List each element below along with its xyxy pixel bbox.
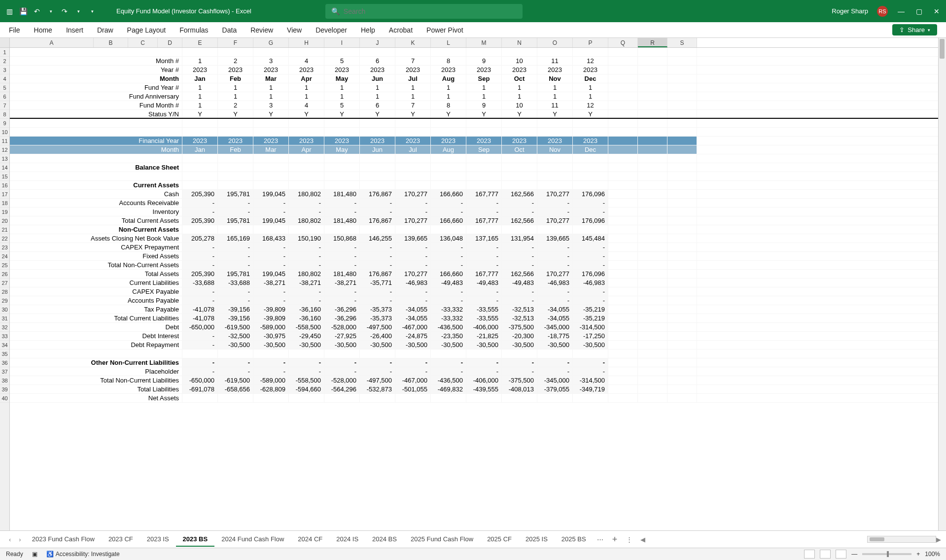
data-cell[interactable]: -32,500 (218, 332, 253, 340)
data-cell[interactable]: 146,255 (360, 234, 395, 243)
data-cell[interactable]: -30,500 (218, 341, 253, 349)
row-header-5[interactable]: 5 (0, 83, 9, 92)
empty-cell[interactable] (638, 367, 667, 376)
empty-cell[interactable] (638, 101, 667, 109)
data-cell[interactable]: - (537, 252, 573, 260)
data-cell[interactable]: - (360, 243, 395, 251)
data-cell[interactable]: 11 (537, 101, 573, 109)
data-cell[interactable]: Nov (537, 74, 573, 83)
row-header-22[interactable]: 22 (0, 234, 9, 243)
empty-cell[interactable] (667, 296, 697, 305)
data-cell[interactable]: -32,513 (502, 305, 537, 314)
data-cell[interactable]: - (537, 367, 573, 376)
data-cell[interactable]: -35,219 (573, 314, 608, 322)
data-cell[interactable]: 1 (218, 92, 253, 101)
data-cell[interactable]: - (573, 199, 608, 207)
data-cell[interactable] (182, 119, 218, 127)
data-cell[interactable]: -564,296 (324, 385, 360, 393)
empty-cell[interactable] (638, 66, 667, 74)
data-cell[interactable]: -41,078 (182, 314, 218, 322)
row-header-17[interactable]: 17 (0, 190, 9, 199)
empty-cell[interactable] (667, 66, 697, 74)
data-cell[interactable]: Jun (360, 145, 395, 154)
data-cell[interactable]: - (431, 261, 466, 269)
data-cell[interactable]: - (466, 367, 502, 376)
data-cell[interactable]: 1 (466, 83, 502, 92)
empty-cell[interactable] (608, 314, 638, 322)
data-cell[interactable]: - (537, 358, 573, 367)
ribbon-tab-power-pivot[interactable]: Power Pivot (426, 26, 463, 34)
data-cell[interactable]: - (395, 358, 431, 367)
ribbon-tab-review[interactable]: Review (250, 26, 273, 34)
data-cell[interactable]: -39,809 (253, 314, 289, 322)
empty-cell[interactable] (608, 323, 638, 331)
data-cell[interactable]: -30,500 (253, 341, 289, 349)
empty-cell[interactable] (608, 305, 638, 314)
data-cell[interactable] (360, 128, 395, 136)
data-cell[interactable]: -497,500 (360, 323, 395, 331)
data-cell[interactable]: Nov (537, 145, 573, 154)
data-cell[interactable] (502, 350, 537, 358)
data-cell[interactable]: 1 (324, 92, 360, 101)
data-cell[interactable]: - (466, 287, 502, 296)
data-cell[interactable]: 205,390 (182, 216, 218, 225)
col-header-C[interactable]: C (128, 38, 158, 47)
data-cell[interactable]: 170,277 (537, 190, 573, 198)
data-cell[interactable] (289, 350, 324, 358)
data-cell[interactable]: 1 (537, 92, 573, 101)
col-header-A[interactable]: A (10, 38, 94, 47)
data-cell[interactable]: May (324, 74, 360, 83)
row-header-11[interactable]: 11 (0, 137, 9, 145)
data-cell[interactable]: - (502, 367, 537, 376)
data-cell[interactable] (466, 154, 502, 163)
vscroll-thumb[interactable] (940, 39, 945, 59)
col-header-P[interactable]: P (573, 38, 608, 47)
search-box[interactable]: 🔍 (325, 4, 523, 19)
row-header-18[interactable]: 18 (0, 199, 9, 208)
row-header-6[interactable]: 6 (0, 92, 9, 101)
data-cell[interactable]: 2023 (253, 137, 289, 145)
share-button[interactable]: ⇪ Share ▾ (892, 24, 937, 35)
data-cell[interactable] (360, 163, 395, 172)
empty-cell[interactable] (638, 172, 667, 180)
data-cell[interactable] (573, 225, 608, 234)
empty-cell[interactable] (608, 66, 638, 74)
data-cell[interactable] (431, 154, 466, 163)
data-cell[interactable]: 137,165 (466, 234, 502, 243)
data-cell[interactable]: - (395, 367, 431, 376)
data-cell[interactable]: 170,277 (395, 190, 431, 198)
data-cell[interactable]: - (395, 243, 431, 251)
empty-cell[interactable] (667, 181, 697, 189)
data-cell[interactable]: -469,832 (431, 385, 466, 393)
data-cell[interactable]: - (395, 296, 431, 305)
data-cell[interactable]: -20,300 (502, 332, 537, 340)
data-cell[interactable] (253, 48, 289, 56)
data-cell[interactable]: 1 (182, 83, 218, 92)
row-header-4[interactable]: 4 (0, 74, 9, 83)
data-cell[interactable]: 8 (431, 101, 466, 109)
empty-cell[interactable] (667, 341, 697, 349)
data-cell[interactable]: -594,660 (289, 385, 324, 393)
data-cell[interactable]: 205,390 (182, 190, 218, 198)
data-cell[interactable]: - (360, 199, 395, 207)
data-cell[interactable]: - (431, 243, 466, 251)
horizontal-scrollbar[interactable] (867, 536, 936, 543)
empty-cell[interactable] (638, 199, 667, 207)
data-cell[interactable]: - (466, 296, 502, 305)
data-cell[interactable] (537, 225, 573, 234)
data-cell[interactable]: -49,483 (466, 279, 502, 287)
empty-cell[interactable] (667, 199, 697, 207)
data-cell[interactable]: 4 (289, 57, 324, 65)
data-cell[interactable]: -49,483 (431, 279, 466, 287)
data-cell[interactable]: 162,566 (502, 216, 537, 225)
data-cell[interactable]: 131,954 (502, 234, 537, 243)
data-cell[interactable]: 176,096 (573, 216, 608, 225)
row-header-9[interactable]: 9 (0, 119, 9, 128)
data-cell[interactable]: -35,373 (360, 305, 395, 314)
data-cell[interactable]: 170,277 (395, 270, 431, 278)
data-cell[interactable]: 181,480 (324, 270, 360, 278)
empty-cell[interactable] (608, 57, 638, 65)
data-cell[interactable]: -528,000 (324, 323, 360, 331)
data-cell[interactable]: 167,777 (466, 216, 502, 225)
row-header-31[interactable]: 31 (0, 314, 9, 323)
